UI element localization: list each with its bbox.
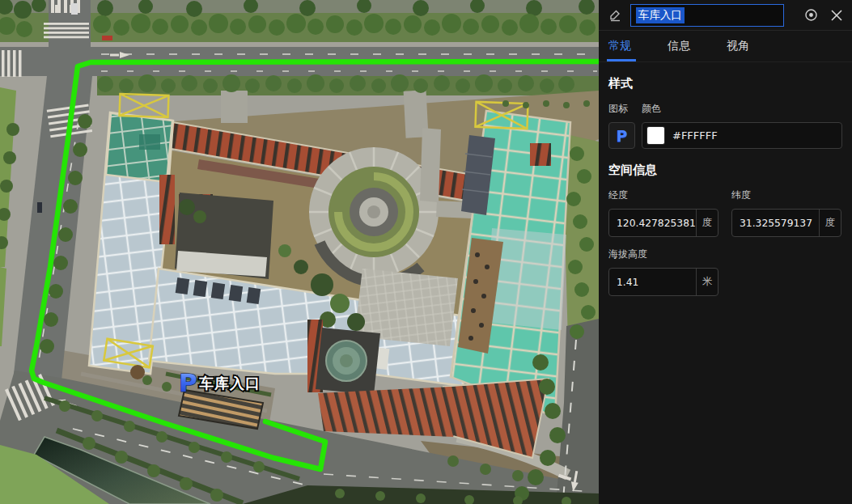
altitude-field: 海拔高度 1.41 米 [608,248,718,296]
spatial-heading: 空间信息 [608,163,842,178]
tab-general[interactable]: 常规 [608,31,631,61]
property-panel: 车库入口 常规 信息 视角 [599,0,852,504]
tab-view[interactable]: 视角 [727,31,749,61]
longitude-field: 经度 120.427825381 度 [608,188,718,237]
altitude-unit: 米 [696,269,718,295]
pavilion [130,365,145,379]
longitude-unit: 度 [696,210,718,236]
altitude-value: 1.41 [609,277,696,288]
locate-icon[interactable] [804,8,818,22]
longitude-value: 120.427825381 [609,218,696,229]
tab-bar: 常规 信息 视角 [599,30,852,62]
color-swatch[interactable] [647,127,664,144]
tab-info[interactable]: 信息 [668,31,690,61]
style-section: 样式 图标 颜色 P #FFFFFF [599,76,852,149]
close-icon[interactable] [831,10,842,21]
marker-icon-glyph: P [617,127,628,145]
latitude-label: 纬度 [731,188,841,202]
longitude-input[interactable]: 120.427825381 度 [608,209,718,237]
latitude-value: 31.325579137 [732,218,819,229]
panel-header: 车库入口 [599,0,852,30]
spatial-section: 空间信息 经度 120.427825381 度 纬度 31.325579137 … [599,163,852,296]
map-viewport[interactable]: P 车库入口 [0,0,599,504]
longitude-label: 经度 [608,188,718,202]
latitude-field: 纬度 31.325579137 度 [731,188,841,237]
marker-p-icon: P [179,368,197,397]
marker-icon-button[interactable]: P [608,122,635,149]
color-hex-value: #FFFFFF [672,129,718,142]
latitude-unit: 度 [819,210,841,236]
altitude-input[interactable]: 1.41 米 [608,268,718,296]
marker-label: 车库入口 [199,375,261,392]
map-aerial-view: P 车库入口 [0,0,599,504]
app-window: P 车库入口 车库入口 [0,0,852,504]
latitude-input[interactable]: 31.325579137 度 [731,209,841,237]
color-field[interactable]: #FFFFFF [642,122,842,149]
edit-icon[interactable] [608,8,622,22]
title-input-value: 车库入口 [636,7,685,23]
title-input[interactable]: 车库入口 [630,4,784,27]
icon-label: 图标 [608,102,642,116]
color-label: 颜色 [642,102,661,116]
altitude-label: 海拔高度 [608,248,718,261]
style-heading: 样式 [608,76,842,91]
